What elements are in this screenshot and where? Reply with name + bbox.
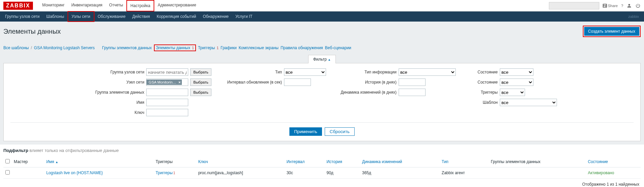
lbl-host: Узел сети — [87, 80, 144, 85]
th-history[interactable]: История — [326, 159, 342, 164]
row-triggers-link[interactable]: Триггеры1 — [156, 170, 175, 175]
row-checkbox[interactable] — [5, 170, 10, 175]
triggers-select[interactable]: все — [500, 89, 525, 96]
bc-template[interactable]: GSA Monitoring Logstash Servers — [34, 45, 95, 50]
row-history: 90д — [324, 167, 360, 179]
row-trends: 365д — [360, 167, 440, 179]
help-icon[interactable]: ? — [621, 4, 623, 8]
subnav-maintenance[interactable]: Обслуживание — [94, 12, 129, 21]
subnav-it-services[interactable]: Услуги IT — [232, 12, 256, 21]
th-trends[interactable]: Динамика изменений — [362, 159, 402, 164]
subnav-host-groups[interactable]: Группы узлов сети — [2, 12, 43, 21]
share-link[interactable]: Z Share — [603, 4, 618, 8]
filter-col-1: Группа узлов сети Выбрать Узел сети GSA … — [87, 68, 211, 116]
host-tag[interactable]: GSA Monitoring Log... × — [147, 80, 182, 85]
th-type[interactable]: Тип — [442, 159, 448, 164]
th-key[interactable]: Ключ — [198, 159, 208, 164]
host-choose-button[interactable]: Выбрать — [190, 79, 211, 86]
table-footer: Отображено 1 из 1 найденных — [0, 179, 644, 187]
lbl-status: Состояние — [469, 80, 498, 85]
bc-discovery-rules[interactable]: Правила обнаружения — [281, 45, 323, 50]
select-all-checkbox[interactable] — [5, 159, 10, 163]
main-nav: Мониторинг Инвентаризация Отчеты Настрой… — [39, 0, 549, 11]
chevron-up-icon: ▲ — [328, 58, 331, 61]
filter-toggle[interactable]: Фильтр ▲ — [308, 55, 336, 63]
subnav-event-corr[interactable]: Корреляция событий — [153, 12, 199, 21]
history-input[interactable] — [399, 79, 426, 86]
filter-col-3: Тип информации все История (в днях) Дина… — [339, 68, 456, 116]
filter-body: Группа узлов сети Выбрать Узел сети GSA … — [3, 63, 641, 141]
nav-reports[interactable]: Отчеты — [106, 0, 126, 11]
th-name[interactable]: Имя ▲ — [46, 159, 58, 164]
th-applications: Группы элементов данных — [489, 156, 586, 167]
trends-input[interactable] — [399, 89, 426, 96]
lbl-history: История (в днях) — [339, 80, 397, 85]
lbl-host-group: Группа узлов сети — [87, 70, 144, 74]
lbl-state: Состояние — [469, 70, 498, 74]
nav-inventory[interactable]: Инвентаризация — [68, 0, 106, 11]
page-title: Элементы данных — [3, 28, 583, 35]
subnav-templates[interactable]: Шаблоны — [43, 12, 68, 21]
sort-asc-icon: ▲ — [55, 160, 58, 164]
table-row: Logstash live on {HOST.NAME} Триггеры1 p… — [3, 167, 641, 179]
breadcrumb: Все шаблоны / GSA Monitoring Logstash Se… — [0, 41, 644, 55]
type-select[interactable]: все — [284, 68, 326, 76]
nav-admin[interactable]: Администрирование — [154, 0, 199, 11]
global-search-input[interactable] — [551, 2, 607, 9]
bc-graphs[interactable]: Графики — [220, 45, 237, 50]
lbl-trends: Динамика изменений (в днях) — [339, 90, 397, 95]
bc-sep: / — [31, 45, 32, 50]
row-type: Zabbix агент — [440, 167, 489, 179]
th-interval[interactable]: Интервал — [286, 159, 305, 164]
items-table: Мастер Имя ▲ Триггеры Ключ Интервал Исто… — [3, 156, 641, 179]
remove-host-tag-icon[interactable]: × — [178, 80, 180, 84]
subnav-discovery[interactable]: Обнаружение — [199, 12, 232, 21]
application-choose-button[interactable]: Выбрать — [190, 89, 211, 96]
update-interval-input[interactable] — [284, 79, 311, 86]
logo[interactable]: ZABBIX — [3, 2, 33, 10]
reset-button[interactable]: Сбросить — [325, 127, 355, 136]
subnav-brand: zabbix — [625, 14, 642, 19]
name-input[interactable] — [146, 99, 188, 106]
lbl-template-filter: Шаблон — [469, 100, 498, 105]
filter-col-2: Тип все Интервал обновления (в сек) — [225, 68, 326, 116]
status-select[interactable]: все — [500, 79, 533, 86]
top-header: ZABBIX Мониторинг Инвентаризация Отчеты … — [0, 0, 644, 11]
user-icon[interactable] — [627, 3, 632, 8]
lbl-key: Ключ — [87, 110, 144, 115]
nav-config[interactable]: Настройка — [126, 0, 154, 11]
bc-all-templates[interactable]: Все шаблоны — [3, 45, 29, 50]
lbl-triggers-filter: Триггеры — [469, 90, 498, 95]
sub-nav: Группы узлов сети Шаблоны Узлы сети Обсл… — [0, 11, 644, 22]
filter-actions: Применить Сбросить — [10, 122, 634, 136]
filter-panel: Фильтр ▲ Группа узлов сети Выбрать Узел … — [0, 55, 644, 145]
template-select[interactable]: все — [500, 99, 557, 106]
page-header: Элементы данных Создать элемент данных — [0, 22, 644, 41]
th-triggers: Триггеры — [154, 156, 196, 167]
application-input[interactable] — [146, 89, 188, 96]
bc-screens[interactable]: Комплексные экраны — [239, 45, 279, 50]
lbl-application: Группа элементов данных — [87, 90, 144, 95]
bc-applications[interactable]: Группы элементов данных — [102, 45, 152, 50]
subnav-hosts[interactable]: Узлы сети — [68, 11, 94, 22]
bc-triggers[interactable]: Триггеры 1 — [198, 45, 218, 50]
power-icon[interactable] — [635, 3, 641, 8]
lbl-update-interval: Интервал обновления (в сек) — [225, 80, 282, 85]
host-group-input[interactable] — [146, 68, 188, 76]
bc-items[interactable]: Элементы данных 1 — [154, 44, 196, 51]
apply-button[interactable]: Применить — [289, 127, 322, 136]
row-applications — [489, 167, 586, 179]
info-type-select[interactable]: все — [399, 68, 456, 76]
item-name-link[interactable]: Logstash live on {HOST.NAME} — [46, 170, 103, 175]
th-status[interactable]: Состояние — [588, 159, 608, 164]
key-input[interactable] — [146, 109, 188, 116]
top-right-tools: Z Share ? — [549, 2, 641, 9]
create-item-button[interactable]: Создать элемент данных — [584, 27, 639, 36]
global-search[interactable] — [549, 2, 599, 9]
table-header-row: Мастер Имя ▲ Триггеры Ключ Интервал Исто… — [3, 156, 641, 167]
row-status-link[interactable]: Активировано — [588, 170, 614, 175]
host-group-choose-button[interactable]: Выбрать — [190, 68, 211, 76]
nav-monitoring[interactable]: Мониторинг — [39, 0, 68, 11]
bc-web-scenarios[interactable]: Веб-сценарии — [325, 45, 351, 50]
state-select[interactable]: все — [500, 68, 533, 76]
